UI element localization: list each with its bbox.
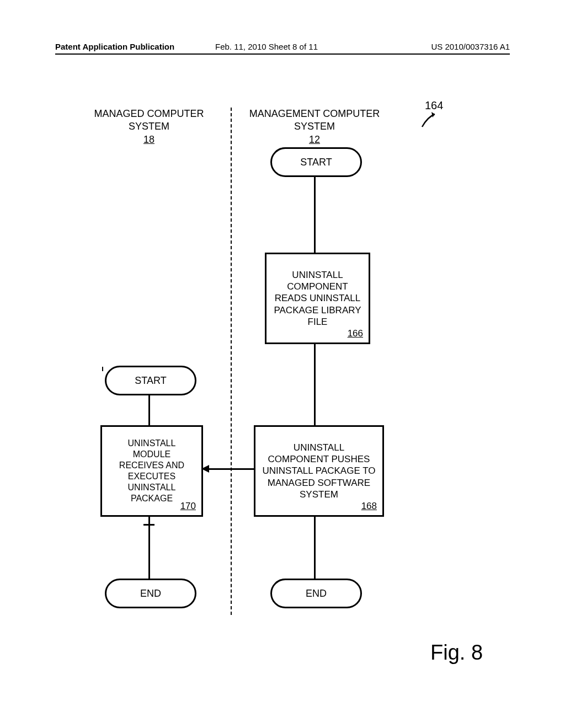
connector-tick — [143, 524, 154, 526]
col-right-line2: SYSTEM — [294, 121, 335, 132]
column-header-right: MANAGEMENT COMPUTER SYSTEM 12 — [248, 108, 381, 146]
box170-l5: UNINSTALL — [128, 483, 176, 492]
box168-l1: UNINSTALL — [294, 442, 344, 453]
box170-l4: EXECUTES — [128, 472, 175, 481]
header-pubnum: US 2010/0037316 A1 — [431, 42, 510, 51]
box170-l2: MODULE — [133, 449, 170, 459]
box166-l1: UNINSTALL — [292, 270, 343, 280]
header-publication: Patent Application Publication — [55, 42, 174, 51]
figure-ref-arrow-icon — [419, 110, 441, 130]
box166-l3: READS UNINSTALL — [275, 293, 361, 303]
connector — [314, 342, 316, 425]
box168-l4: MANAGED SOFTWARE — [268, 478, 370, 488]
tick-mark — [102, 367, 103, 371]
box166-l2: COMPONENT — [287, 281, 348, 292]
box170-l1: UNINSTALL — [128, 438, 176, 448]
box168-l5: SYSTEM — [300, 489, 338, 500]
col-left-line2: SYSTEM — [129, 121, 169, 132]
end-left-label: END — [140, 588, 161, 599]
header-date-sheet: Feb. 11, 2010 Sheet 8 of 11 — [215, 42, 318, 51]
arrowhead-left-icon — [201, 465, 209, 473]
process-box-166: UNINSTALL COMPONENT READS UNINSTALL PACK… — [265, 253, 370, 344]
start-terminal-left: START — [105, 366, 196, 395]
col-left-line1: MANAGED COMPUTER — [94, 108, 204, 119]
end-right-label: END — [306, 588, 327, 599]
col-right-ref: 12 — [309, 134, 320, 145]
box168-l3: UNINSTALL PACKAGE TO — [262, 465, 375, 476]
box170-l6: PACKAGE — [131, 494, 173, 503]
connector — [314, 175, 316, 253]
process-box-170: UNINSTALL MODULE RECEIVES AND EXECUTES U… — [100, 425, 203, 517]
start-terminal-right: START — [270, 147, 362, 177]
col-right-line1: MANAGEMENT COMPUTER — [249, 108, 380, 119]
swimlane-divider — [231, 108, 232, 615]
end-terminal-right: END — [270, 579, 362, 608]
connector — [314, 515, 316, 579]
connector — [148, 394, 150, 425]
process-box-168: UNINSTALL COMPONENT PUSHES UNINSTALL PAC… — [254, 425, 384, 517]
box166-l5: FILE — [308, 317, 328, 327]
column-header-left: MANAGED COMPUTER SYSTEM 18 — [94, 108, 204, 146]
box166-l4: PACKAGE LIBRARY — [274, 305, 361, 315]
figure-label: Fig. 8 — [430, 641, 483, 665]
page-header: Patent Application Publication Feb. 11, … — [55, 42, 510, 55]
start-right-label: START — [300, 157, 332, 168]
end-terminal-left: END — [105, 579, 196, 608]
box168-l2: COMPONENT PUSHES — [268, 454, 370, 464]
col-left-ref: 18 — [143, 134, 154, 145]
start-left-label: START — [135, 375, 166, 387]
connector-horizontal — [209, 468, 254, 470]
box170-l3: RECEIVES AND — [119, 461, 184, 470]
box166-ref: 166 — [348, 328, 363, 339]
box168-ref: 168 — [361, 500, 377, 512]
flowchart-diagram: MANAGED COMPUTER SYSTEM 18 MANAGEMENT CO… — [61, 91, 491, 631]
box170-ref: 170 — [180, 500, 196, 512]
svg-marker-0 — [431, 112, 435, 117]
